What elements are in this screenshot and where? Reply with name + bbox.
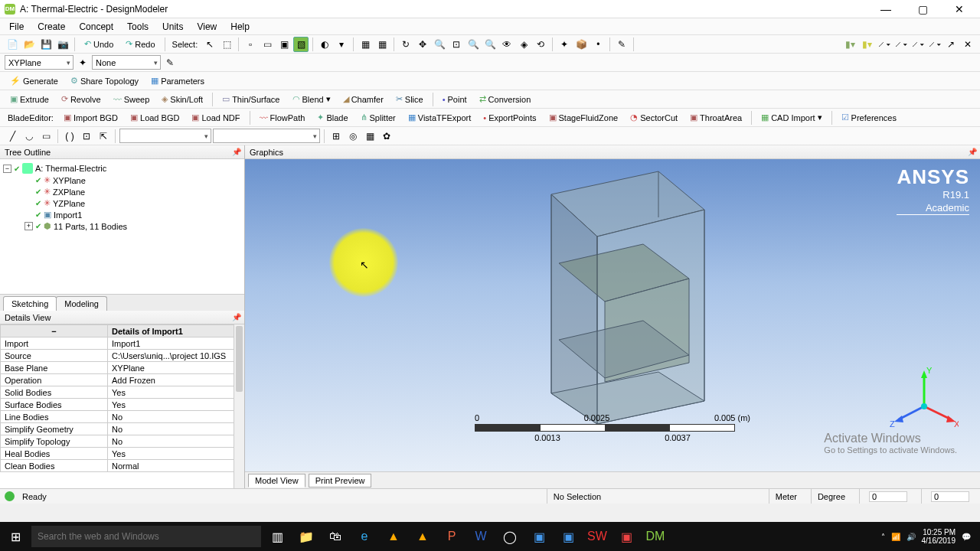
filter-vertex-icon[interactable]: ▫: [243, 37, 258, 52]
details-view[interactable]: −Details of Import1 ImportImport1 Source…: [0, 324, 244, 488]
search-input[interactable]: [31, 526, 261, 547]
sketch-dropdown[interactable]: None: [92, 55, 161, 70]
tree-root[interactable]: − ✔ A: Thermal-Electric: [3, 162, 241, 174]
shading2-icon[interactable]: ▮▾: [859, 37, 874, 52]
throatarea-button[interactable]: ▣ThroatArea: [684, 110, 747, 126]
undo-button[interactable]: ↶Undo: [79, 37, 119, 52]
blend-button[interactable]: ◠Blend ▾: [287, 92, 336, 107]
grid2-icon[interactable]: ▦: [374, 37, 390, 52]
grid-icon[interactable]: ▦: [358, 37, 373, 52]
save-icon[interactable]: 💾: [38, 37, 54, 52]
tree-xyplane[interactable]: ✔✳XYPlane: [3, 174, 241, 186]
open-icon[interactable]: 📂: [21, 37, 37, 52]
conversion-button[interactable]: ⇄Conversion: [474, 92, 537, 107]
file-explorer-icon[interactable]: 📁: [293, 525, 319, 548]
menu-units[interactable]: Units: [158, 20, 188, 34]
load-bgd-button[interactable]: ▣Load BGD: [125, 110, 185, 126]
word-icon[interactable]: W: [468, 525, 494, 548]
sketch-dropdown1[interactable]: [119, 129, 211, 143]
line3-icon[interactable]: ⟋▾: [910, 37, 925, 52]
thin-button[interactable]: ▭Thin/Surface: [217, 92, 285, 107]
expand-icon[interactable]: −: [1, 325, 108, 337]
chamfer-button[interactable]: ◢Chamfer: [338, 92, 389, 107]
menu-concept[interactable]: Concept: [74, 20, 118, 34]
select-box-icon[interactable]: ⬚: [219, 37, 234, 52]
sketch-off-icon[interactable]: ⊡: [79, 129, 94, 144]
select-cursor-icon[interactable]: ↖: [202, 37, 217, 52]
start-button[interactable]: ⊞: [3, 530, 28, 544]
filter-face-icon[interactable]: ▣: [276, 37, 292, 52]
minimize-button[interactable]: —: [874, 3, 897, 15]
revolve-button[interactable]: ⟳Revolve: [56, 92, 106, 107]
axis-triad[interactable]: Y X Z: [890, 364, 959, 433]
stagefluid-button[interactable]: ▣StageFluidZone: [544, 110, 624, 126]
filter-body-icon[interactable]: ▧: [293, 37, 309, 52]
zoom-out-icon[interactable]: 🔍: [482, 37, 498, 52]
new-sketch-icon[interactable]: ✎: [162, 55, 178, 70]
load-ndf-button[interactable]: ▣Load NDF: [186, 110, 245, 126]
tree-parts[interactable]: +✔⬢11 Parts, 11 Bodies: [3, 220, 241, 232]
extrude-button[interactable]: ▣Extrude: [5, 92, 54, 107]
store-icon[interactable]: 🛍: [322, 525, 348, 548]
app1-icon[interactable]: ▲: [381, 525, 407, 548]
tree-outline[interactable]: − ✔ A: Thermal-Electric ✔✳XYPlane ✔✳ZXPl…: [0, 159, 244, 294]
vistatf-button[interactable]: ▦VistaTFExport: [403, 110, 477, 126]
line1-icon[interactable]: ⟋▾: [876, 37, 891, 52]
generate-button[interactable]: ⚡Generate: [5, 73, 64, 89]
close-button[interactable]: ✕: [948, 3, 971, 15]
import-bgd-button[interactable]: ▣Import BGD: [58, 110, 123, 126]
expand-icon[interactable]: +: [24, 222, 33, 230]
splitter-button[interactable]: ⋔Splitter: [355, 110, 401, 126]
tab-modeling[interactable]: Modeling: [56, 296, 107, 311]
solidworks-icon[interactable]: SW: [584, 525, 610, 548]
sketch-arc-icon[interactable]: ◡: [21, 129, 37, 144]
collapse-icon[interactable]: −: [3, 165, 11, 173]
sketch-t1-icon[interactable]: ⊞: [328, 129, 344, 144]
sketch-rect-icon[interactable]: ▭: [38, 129, 54, 144]
filter-edge-icon[interactable]: ▭: [260, 37, 275, 52]
preferences-button[interactable]: ☑Preferences: [836, 110, 902, 126]
app4-icon[interactable]: ▣: [555, 525, 581, 548]
sweep-button[interactable]: 〰Sweep: [108, 92, 155, 107]
task-view-icon[interactable]: ▥: [264, 525, 290, 548]
look-at-icon[interactable]: 👁: [499, 37, 514, 52]
arrow-icon[interactable]: ↗: [943, 37, 959, 52]
powerpoint-icon[interactable]: P: [439, 525, 465, 548]
tray-up-icon[interactable]: ˄: [881, 533, 885, 541]
redo-button[interactable]: ↷Redo: [120, 37, 160, 52]
cross-icon[interactable]: ✕: [960, 37, 975, 52]
slice-button[interactable]: ✂Slice: [390, 92, 429, 107]
menu-view[interactable]: View: [192, 20, 221, 34]
app2-icon[interactable]: ▲: [410, 525, 436, 548]
tree-import1[interactable]: ✔▣Import1: [3, 209, 241, 220]
sectorcut-button[interactable]: ◔SectorCut: [625, 110, 683, 126]
shading1-icon[interactable]: ▮▾: [842, 37, 858, 52]
dropdown-icon[interactable]: ▾: [334, 37, 349, 52]
menu-help[interactable]: Help: [226, 20, 254, 34]
app3-icon[interactable]: ▣: [526, 525, 552, 548]
pin-icon[interactable]: 📌: [232, 148, 241, 156]
snapshot-icon[interactable]: 📷: [55, 37, 70, 52]
plane-tool-icon[interactable]: ✦: [557, 37, 572, 52]
tree-zxplane[interactable]: ✔✳ZXPlane: [3, 186, 241, 197]
sketch-ext-icon[interactable]: ⇱: [96, 129, 111, 144]
box-tool-icon[interactable]: 📦: [573, 37, 589, 52]
sketch-t4-icon[interactable]: ✿: [379, 129, 394, 144]
rotate-icon[interactable]: ↻: [398, 37, 413, 52]
sketch-dropdown2[interactable]: [213, 129, 320, 143]
tree-yzplane[interactable]: ✔✳YZPlane: [3, 197, 241, 209]
pin-icon[interactable]: 📌: [968, 148, 977, 156]
menu-tools[interactable]: Tools: [122, 20, 153, 34]
zoom-box-icon[interactable]: 🔍: [432, 37, 447, 52]
line2-icon[interactable]: ⟋▾: [893, 37, 908, 52]
tab-sketching[interactable]: Sketching: [3, 296, 57, 311]
plane-dropdown[interactable]: XYPlane: [5, 55, 74, 70]
extend-icon[interactable]: ◐: [317, 37, 332, 52]
point-button[interactable]: •Point: [437, 92, 472, 107]
chrome-icon[interactable]: ◯: [497, 525, 523, 548]
skinloft-button[interactable]: ◈Skin/Loft: [156, 92, 208, 107]
blade-button[interactable]: ✦Blade: [312, 110, 353, 126]
details-scrollbar[interactable]: [234, 324, 244, 488]
tray-volume-icon[interactable]: 🔊: [906, 533, 916, 541]
sketch-line-icon[interactable]: ╱: [5, 129, 20, 144]
